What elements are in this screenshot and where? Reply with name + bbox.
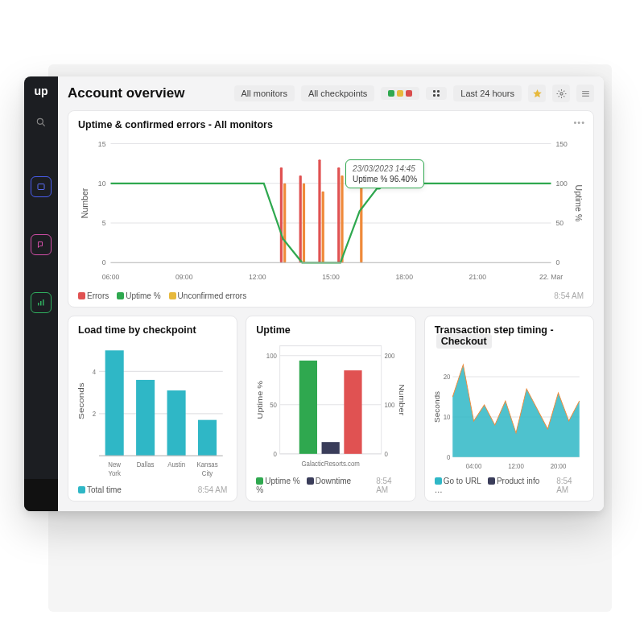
svg-text:15: 15 (98, 140, 106, 148)
svg-text:New: New (108, 460, 121, 469)
svg-text:10: 10 (443, 414, 450, 421)
card-title: Uptime (256, 324, 405, 336)
favorite-icon[interactable] (528, 85, 546, 102)
svg-text:20: 20 (443, 374, 450, 381)
svg-rect-36 (322, 192, 324, 263)
svg-rect-31 (280, 167, 283, 262)
svg-text:0: 0 (274, 449, 278, 458)
svg-text:Seconds: Seconds (78, 382, 85, 419)
svg-rect-3 (38, 303, 39, 306)
svg-rect-32 (283, 184, 286, 263)
svg-text:22. Mar: 22. Mar (539, 273, 563, 281)
transaction-scope[interactable]: Checkout (436, 334, 492, 349)
filter-timerange[interactable]: Last 24 hours (453, 85, 522, 101)
svg-rect-53 (167, 390, 186, 456)
chart-tooltip: 23/03/2023 14:45 Uptime % 96.40% (345, 159, 424, 188)
svg-rect-71 (299, 361, 317, 454)
search-icon[interactable] (31, 112, 52, 133)
svg-rect-48 (105, 350, 124, 456)
filter-monitors[interactable]: All monitors (234, 85, 295, 101)
svg-text:12:00: 12:00 (508, 463, 524, 470)
filter-checkpoints[interactable]: All checkpoints (301, 85, 374, 101)
svg-rect-73 (345, 370, 362, 454)
filter-layout[interactable] (426, 87, 447, 100)
page-title: Account overview (68, 85, 185, 101)
card-title: Uptime & confirmed errors - All monitors (78, 119, 584, 130)
svg-text:Uptime %: Uptime % (574, 185, 583, 222)
svg-rect-55 (198, 420, 217, 456)
svg-text:50: 50 (556, 219, 564, 227)
svg-rect-72 (322, 442, 340, 454)
svg-text:100: 100 (385, 400, 395, 409)
svg-text:Number: Number (398, 384, 405, 416)
topbar: Account overview All monitors All checkp… (68, 85, 594, 102)
svg-text:18:00: 18:00 (395, 273, 413, 281)
svg-text:Kansas: Kansas (196, 460, 218, 469)
svg-text:4: 4 (93, 367, 96, 376)
svg-text:100: 100 (266, 351, 277, 360)
svg-text:0: 0 (385, 449, 389, 458)
svg-rect-38 (341, 175, 343, 262)
svg-text:Austin: Austin (167, 460, 185, 469)
sidebar: up (24, 76, 58, 511)
svg-point-0 (37, 118, 43, 124)
card-row: Load time by checkpoint 24SecondsNewYork… (68, 316, 594, 502)
svg-text:04:00: 04:00 (465, 463, 481, 470)
svg-rect-2 (38, 184, 44, 190)
svg-text:09:00: 09:00 (175, 273, 193, 281)
svg-rect-34 (303, 184, 305, 263)
menu-icon[interactable] (576, 85, 594, 102)
svg-text:20:00: 20:00 (550, 463, 566, 470)
main-content: Account overview All monitors All checkp… (58, 76, 604, 511)
svg-line-1 (42, 123, 44, 126)
svg-rect-4 (40, 301, 42, 306)
card-title: Load time by checkpoint (78, 324, 227, 336)
settings-icon[interactable] (552, 85, 570, 102)
svg-rect-5 (43, 299, 44, 306)
svg-rect-59 (280, 346, 382, 454)
svg-text:0: 0 (556, 258, 560, 266)
svg-rect-39 (360, 175, 362, 262)
svg-text:12:00: 12:00 (249, 273, 266, 281)
alerts-icon[interactable] (31, 234, 52, 255)
app-window: up Account overview (24, 76, 604, 511)
svg-text:GalacticResorts.com: GalacticResorts.com (302, 460, 360, 469)
svg-text:Seconds: Seconds (435, 391, 441, 423)
svg-text:06:00: 06:00 (102, 273, 120, 281)
monitor-icon[interactable] (31, 176, 52, 197)
card-menu-icon[interactable]: ••• (573, 118, 585, 127)
filter-status[interactable] (381, 87, 419, 100)
svg-text:York: York (108, 469, 121, 477)
card-transaction: Transaction step timing - Checkout 01020… (424, 316, 594, 502)
svg-text:Dallas: Dallas (137, 460, 155, 469)
card-title: Transaction step timing - Checkout (435, 324, 584, 347)
svg-text:10: 10 (98, 180, 106, 188)
svg-rect-35 (318, 159, 320, 262)
svg-text:City: City (202, 469, 213, 477)
svg-text:200: 200 (385, 351, 395, 360)
card-uptime: Uptime 0501000100200Uptime %NumberGalact… (246, 316, 415, 502)
bottom-nav-icon[interactable] (24, 479, 58, 511)
logo: up (34, 85, 47, 97)
svg-text:5: 5 (102, 219, 106, 227)
card-uptime-errors: Uptime & confirmed errors - All monitors… (68, 110, 594, 308)
svg-rect-37 (337, 167, 340, 262)
svg-text:Number: Number (80, 188, 89, 218)
svg-point-6 (559, 92, 562, 94)
svg-text:0: 0 (447, 454, 451, 461)
stats-icon[interactable] (31, 292, 52, 313)
svg-rect-51 (136, 380, 155, 456)
svg-text:Uptime %: Uptime % (256, 381, 264, 419)
svg-text:50: 50 (270, 400, 278, 409)
svg-text:100: 100 (556, 180, 568, 188)
svg-text:0: 0 (102, 258, 106, 266)
svg-rect-33 (299, 175, 302, 262)
svg-text:15:00: 15:00 (322, 273, 340, 281)
svg-text:21:00: 21:00 (469, 273, 487, 281)
card-loadtime: Load time by checkpoint 24SecondsNewYork… (68, 316, 237, 502)
svg-text:150: 150 (556, 140, 568, 148)
svg-text:2: 2 (93, 409, 96, 418)
